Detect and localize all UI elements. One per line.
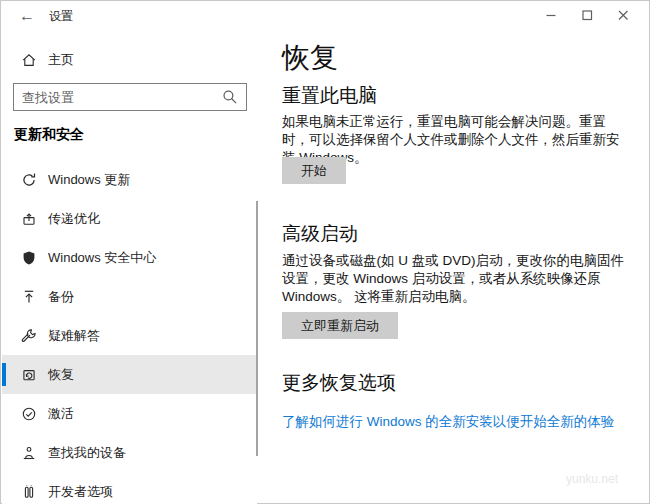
sidebar-item-label: 查找我的设备 bbox=[48, 444, 126, 462]
settings-window: ← 设置 bbox=[0, 0, 650, 504]
sidebar-scrollbar[interactable] bbox=[256, 201, 258, 456]
minimize-icon bbox=[543, 7, 559, 23]
sync-icon bbox=[21, 172, 37, 188]
window-controls bbox=[533, 1, 641, 29]
sidebar-item-windows-security[interactable]: Windows 安全中心 bbox=[2, 238, 257, 277]
sidebar-item-label: 传递优化 bbox=[48, 210, 100, 228]
advanced-startup-description: 通过设备或磁盘(如 U 盘或 DVD)启动，更改你的电脑固件设置，更改 Wind… bbox=[282, 252, 627, 306]
close-button[interactable] bbox=[605, 1, 641, 29]
window-title: 设置 bbox=[49, 8, 73, 25]
restart-now-button[interactable]: 立即重新启动 bbox=[282, 312, 398, 339]
home-icon bbox=[21, 52, 37, 68]
sidebar-item-for-developers[interactable]: 开发者选项 bbox=[2, 472, 257, 504]
delivery-optimization-icon bbox=[21, 211, 37, 227]
minimize-button[interactable] bbox=[533, 1, 569, 29]
search-input[interactable] bbox=[14, 90, 221, 105]
titlebar: ← 设置 bbox=[1, 1, 649, 31]
sidebar-item-label: Windows 安全中心 bbox=[48, 249, 156, 267]
search-icon[interactable] bbox=[221, 88, 239, 106]
page-title: 恢复 bbox=[282, 39, 338, 77]
sidebar-item-find-my-device[interactable]: 查找我的设备 bbox=[2, 433, 257, 472]
more-recovery-options-heading: 更多恢复选项 bbox=[282, 370, 396, 396]
developer-icon bbox=[21, 484, 37, 500]
get-started-button[interactable]: 开始 bbox=[282, 157, 346, 184]
find-device-icon bbox=[21, 445, 37, 461]
advanced-startup-heading: 高级启动 bbox=[282, 221, 358, 247]
sidebar-item-label: 开发者选项 bbox=[48, 483, 113, 501]
wrench-icon bbox=[21, 328, 37, 344]
sidebar-item-label: 激活 bbox=[48, 405, 74, 423]
sidebar-item-activation[interactable]: 激活 bbox=[2, 394, 257, 433]
sidebar-item-home[interactable]: 主页 bbox=[2, 46, 257, 74]
sidebar-item-backup[interactable]: 备份 bbox=[2, 277, 257, 316]
sidebar-item-label: 备份 bbox=[48, 288, 74, 306]
reset-pc-heading: 重置此电脑 bbox=[282, 83, 377, 109]
maximize-icon bbox=[579, 7, 595, 23]
clean-install-link[interactable]: 了解如何进行 Windows 的全新安装以便开始全新的体验 bbox=[282, 413, 614, 431]
sidebar: 主页 更新和安全 Windows 更新 bbox=[2, 31, 257, 504]
recovery-icon bbox=[21, 367, 37, 383]
shield-icon bbox=[21, 250, 37, 266]
close-icon bbox=[615, 7, 631, 23]
sidebar-item-troubleshoot[interactable]: 疑难解答 bbox=[2, 316, 257, 355]
sidebar-item-delivery-optimization[interactable]: 传递优化 bbox=[2, 199, 257, 238]
maximize-button[interactable] bbox=[569, 1, 605, 29]
backup-icon bbox=[21, 289, 37, 305]
back-arrow-icon: ← bbox=[19, 7, 35, 25]
sidebar-item-label: 恢复 bbox=[48, 366, 74, 384]
back-button[interactable]: ← bbox=[13, 3, 41, 29]
sidebar-item-recovery[interactable]: 恢复 bbox=[2, 355, 257, 394]
sidebar-item-label: 主页 bbox=[48, 51, 74, 69]
watermark: yunku.net bbox=[566, 472, 618, 486]
sidebar-item-label: Windows 更新 bbox=[48, 171, 130, 189]
search-box bbox=[13, 83, 247, 111]
sidebar-item-label: 疑难解答 bbox=[48, 327, 100, 345]
sidebar-item-windows-update[interactable]: Windows 更新 bbox=[2, 160, 257, 199]
sidebar-section-header: 更新和安全 bbox=[14, 126, 84, 144]
sidebar-nav: Windows 更新 传递优化 Windows 安全中心 bbox=[2, 160, 257, 504]
activation-check-icon bbox=[21, 406, 37, 422]
